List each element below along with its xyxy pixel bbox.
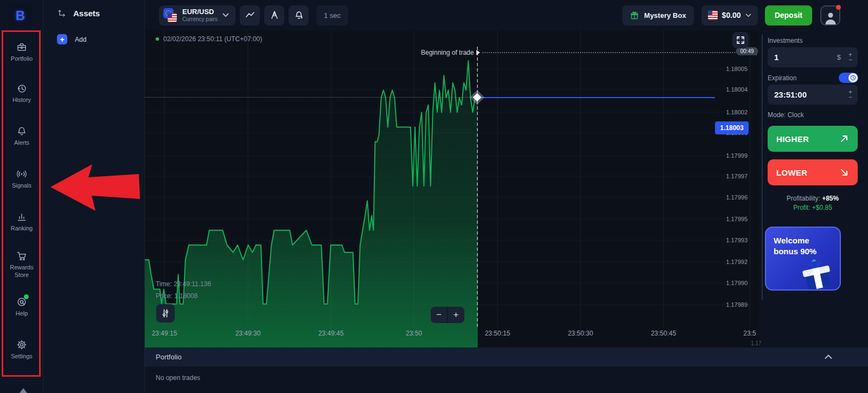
pair-type: Currency pairs — [182, 16, 218, 23]
interval-selector[interactable]: 1 sec — [316, 5, 348, 25]
chart-canvas — [145, 30, 760, 347]
profitability-text: Profitability: +85% — [760, 195, 866, 202]
expiration-input[interactable]: 23:51:00 + − — [768, 85, 858, 105]
balance-amount: $0.00 — [722, 11, 741, 20]
time-axis-label: 23:49:15 — [152, 330, 177, 337]
time-axis-label: 23:49:30 — [235, 330, 261, 337]
decrease-expiration-button[interactable]: − — [848, 95, 852, 100]
profit-text: Profit: +$0.85 — [760, 204, 866, 211]
line-chart-icon — [245, 10, 256, 21]
crosshair-price: Price: 1.18008 — [156, 291, 211, 302]
sidebar-item-label: Alerts — [14, 139, 29, 147]
top-toolbar: EUR/USD Currency pairs 1 sec Mystery Bo — [145, 0, 868, 30]
time-axis-label: 23:50:15 — [485, 330, 510, 337]
sidebar-item-label: Portfolio — [11, 55, 33, 63]
add-asset-label: Add — [75, 36, 86, 43]
price-axis-label: 1.18002 — [726, 109, 748, 115]
time-axis-label: 23:50:45 — [651, 330, 676, 337]
currency-pair-selector[interactable]: EUR/USD Currency pairs — [159, 5, 235, 25]
deposit-label: Deposit — [775, 11, 802, 20]
portfolio-icon — [16, 41, 28, 53]
chart-type-button[interactable] — [240, 5, 260, 25]
price-axis-label: 1.17992 — [726, 259, 748, 265]
gift-box-illustration — [796, 256, 839, 289]
price-axis-label: 1.17999 — [726, 152, 748, 159]
decrease-investment-button[interactable]: − — [848, 57, 852, 62]
bell-plus-icon — [293, 10, 304, 21]
sidebar-partial-icon — [20, 388, 27, 393]
investment-input[interactable]: 1 $ + − — [768, 47, 858, 67]
plus-icon[interactable]: + — [57, 34, 67, 44]
sidebar-item-label: Settings — [11, 353, 33, 360]
portfolio-title: Portfolio — [156, 353, 825, 361]
indicators-button[interactable] — [156, 304, 175, 323]
sidebar-item-ranking[interactable]: Ranking — [0, 211, 43, 233]
countdown-badge: 00:49 — [736, 47, 758, 55]
toggle-knob — [848, 73, 858, 82]
higher-label: HIGHER — [776, 134, 839, 144]
price-axis-label: 1.17997 — [726, 173, 748, 179]
welcome-bonus-card[interactable]: Welcome bonus 90% — [765, 227, 841, 291]
zoom-in-button[interactable]: + — [448, 307, 464, 323]
no-open-trades-message: No open trades — [156, 374, 200, 382]
sidebar-item-label: RewardsStore — [10, 264, 33, 279]
sidebar-item-label: Ranking — [11, 225, 33, 233]
lower-button[interactable]: LOWER — [768, 159, 858, 185]
user-avatar[interactable] — [820, 5, 840, 25]
live-dot — [156, 37, 159, 41]
higher-button[interactable]: HIGHER — [768, 126, 858, 152]
sidebar-item-label: Help — [16, 310, 28, 318]
faded-axis-label: 1.17 — [751, 340, 761, 346]
assets-title: Assets — [73, 9, 100, 18]
alerts-add-button[interactable] — [289, 5, 309, 25]
investments-label: Investments — [768, 37, 803, 44]
fullscreen-button[interactable] — [732, 32, 749, 48]
expiration-value: 23:51:00 — [774, 90, 848, 99]
sidebar-item-portfolio[interactable]: Portfolio — [0, 41, 43, 63]
begin-trade-vertical-line — [477, 47, 478, 327]
portfolio-bar[interactable]: Portfolio — [145, 347, 868, 366]
zoom-out-button[interactable]: − — [431, 307, 448, 323]
chart-timestamp: 02/02/2026 23:50:11 (UTC+07:00) — [163, 35, 262, 43]
expiration-toggle[interactable] — [839, 73, 858, 83]
sidebar-item-history[interactable]: History — [0, 82, 43, 104]
time-axis-label: 23:49:45 — [318, 330, 344, 337]
signals-icon — [16, 168, 28, 180]
chevron-up-icon[interactable] — [825, 355, 832, 359]
sidebar-item-label: Signals — [12, 182, 31, 190]
sidebar-item-signals[interactable]: Signals — [0, 168, 43, 190]
crosshair-time: Time: 23:49:11.136 — [156, 279, 211, 291]
rewards-icon — [16, 250, 28, 262]
crosshair-readout: Time: 23:49:11.136 Price: 1.18008 — [156, 279, 211, 302]
app-logo[interactable]: B — [8, 3, 33, 28]
alerts-icon — [16, 125, 28, 137]
gift-icon — [630, 11, 639, 20]
assets-panel: Assets + Add — [44, 0, 145, 393]
mode-label: Mode: Clock — [768, 111, 804, 119]
sliders-icon — [161, 308, 170, 318]
sidebar-item-rewards[interactable]: RewardsStore — [0, 250, 43, 279]
person-icon — [824, 10, 838, 24]
price-chart[interactable]: 02/02/2026 23:50:11 (UTC+07:00) Beginnin… — [145, 30, 760, 347]
sidebar-item-settings[interactable]: Settings — [0, 339, 43, 360]
pair-symbol: EUR/USD — [182, 8, 218, 16]
expand-icon — [736, 36, 745, 44]
compass-icon — [269, 10, 280, 21]
mystery-box-label: Mystery Box — [644, 11, 686, 20]
current-price-badge: 1.18003 — [715, 121, 749, 134]
us-flag-icon — [708, 10, 718, 20]
lower-label: LOWER — [776, 168, 839, 177]
drawing-tools-button[interactable] — [264, 5, 284, 25]
add-asset-button[interactable]: + Add — [57, 34, 86, 44]
ranking-icon — [16, 211, 28, 223]
axis-scrollbar[interactable] — [762, 35, 763, 300]
expiration-label: Expiration — [768, 74, 796, 82]
us-flag-icon — [168, 13, 177, 22]
sidebar-item-alerts[interactable]: Alerts — [0, 125, 43, 147]
sidebar: B PortfolioHistoryAlertsSignalsRankingRe… — [0, 0, 43, 393]
deposit-button[interactable]: Deposit — [765, 5, 812, 25]
mystery-box-button[interactable]: Mystery Box — [622, 5, 693, 25]
sidebar-item-help[interactable]: Help — [0, 296, 43, 318]
balance-selector[interactable]: $0.00 — [701, 5, 758, 25]
sidebar-item-label: History — [12, 96, 31, 104]
